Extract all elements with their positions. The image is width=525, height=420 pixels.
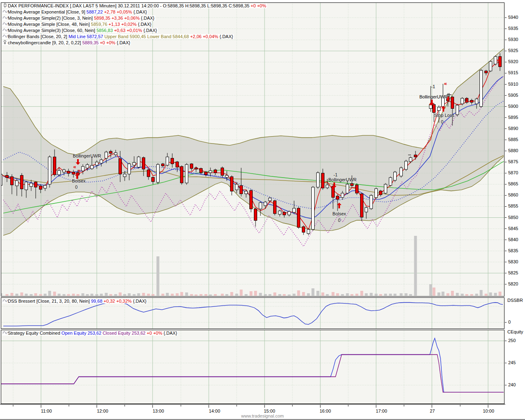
dss-axis-title: DSSBR [507, 298, 523, 303]
legend-text: +0,32 +0,32% [103, 299, 132, 304]
chewy-signal-marker: « [73, 164, 76, 170]
time-tick-label: 15:00 [260, 409, 279, 413]
price-tick-label: 5850 [508, 215, 518, 220]
time-tick-label: 14:00 [205, 409, 224, 413]
signal-label: Stop Loss [434, 113, 454, 118]
tradesignal-chart-window: DAX PERFORMANCE-INDEX [.DAX LAST 5 Minut… [0, 0, 525, 420]
price-tick-label: 5845 [508, 226, 518, 231]
legend-text: {.DAX} [142, 28, 157, 33]
legend-text: +2,06 +0,04% [189, 34, 219, 39]
legend-text: 5898,35 +3,36 +0,06% [94, 16, 139, 21]
legend-row[interactable]: Moving Average Simple [Close, 48, Nein] … [2, 21, 267, 27]
legend-row[interactable]: chewybollingercandle [9, 20, 2, 0,22] 58… [2, 40, 267, 46]
legend-text: {.DAX} [132, 9, 147, 14]
price-tick-label: 5895 [508, 115, 518, 120]
wave-icon [2, 330, 8, 335]
signal-label: 0 [75, 185, 78, 189]
signal-label: -1 [431, 84, 435, 89]
dss-panel-legend: DSS Bressert [Close, 21, 3, 20, 80, Nein… [2, 298, 147, 304]
price-tick-label: 5875 [508, 159, 518, 164]
time-tick-label: 10:00 [479, 409, 498, 413]
time-tick-label: 16:00 [315, 409, 335, 413]
chewy-signal-marker: « [496, 57, 499, 63]
price-tick-label: 5885 [508, 137, 518, 142]
chewy-signal-marker: « [444, 80, 447, 87]
price-tick-label: 5940 [508, 15, 518, 20]
wave-icon [2, 9, 8, 14]
signal-label: BollingerUWR [328, 177, 356, 182]
legend-row[interactable]: DSS Bressert [Close, 21, 3, 20, 80, Nein… [2, 298, 147, 304]
legend-text: DAX PERFORMANCE-INDEX [.DAX LAST 5 Minut… [8, 3, 249, 8]
chewy-signal-marker: « [78, 167, 80, 173]
legend-text: Strategy Equity Combined [8, 331, 62, 336]
price-tick-label: 5930 [508, 37, 518, 42]
equity-axis-title: CEquity [507, 329, 523, 334]
legend-text: 5889,35 [82, 40, 99, 45]
legend-row[interactable]: Bollinger Bands [Close, 20, 2] Mid Line … [2, 34, 267, 40]
legend-text: +0 +0% [249, 3, 266, 8]
legend-text: 5887,22 [87, 9, 103, 14]
price-tick-label: 5835 [508, 248, 518, 253]
chewy-signal-marker: « [429, 101, 432, 107]
legend-text: +0,63 +0,01% [113, 28, 142, 33]
wave-icon [2, 15, 8, 20]
legend-row[interactable]: Strategy Equity Combined Open Equity 253… [2, 330, 178, 336]
signal-label: 0 [441, 119, 443, 124]
legend-text: {.DAX} [162, 331, 177, 336]
time-tick-label: 27 [422, 409, 442, 413]
legend-text: DSS Bressert [Close, 21, 3, 20, 80, Nein… [8, 299, 91, 304]
legend-text: Upper Band 5900,45 [104, 34, 146, 39]
wave-icon [2, 21, 8, 26]
price-tick-label: 5920 [508, 59, 518, 64]
legend-text: {.DAX} [115, 40, 130, 45]
legend-text: Moving Average Exponential [Close, 9] [8, 9, 87, 14]
price-tick-label: 5935 [508, 26, 518, 31]
price-tick-label: 5915 [508, 70, 518, 75]
chart-canvas[interactable] [0, 0, 525, 420]
price-tick-label: 5900 [508, 104, 518, 109]
legend-text: +0 +0% [98, 40, 115, 45]
legend-text: Mid Line 5872,57 [68, 34, 103, 39]
legend-text: Moving Average Simple(2) [Close, 3, Nein… [8, 16, 94, 21]
legend-row[interactable]: Moving Average Simple(3) [Close, 60, Nei… [2, 27, 267, 34]
equity-tick-label: 240 [508, 382, 516, 387]
price-tick-label: 5880 [508, 148, 518, 153]
signal-label: -1 [333, 172, 338, 177]
legend-row[interactable]: Moving Average Exponential [Close, 9] 58… [2, 9, 267, 15]
legend-text: Closed Equity 253,62 [103, 331, 146, 336]
time-tick-label: 17:00 [372, 409, 391, 413]
price-tick-label: 5860 [508, 192, 518, 197]
price-tick-label: 5910 [508, 82, 518, 87]
legend-text: +2,78 +0,05% [103, 9, 132, 14]
legend-text: 5859,76 [91, 22, 107, 27]
legend-text: Lower Band 5844,68 [147, 34, 189, 39]
legend-text: chewybollingercandle [9, 20, 2, 0,22] [8, 40, 82, 45]
price-tick-label: 5925 [508, 48, 518, 53]
wave-icon [2, 298, 8, 303]
legend-text: 99,68 [91, 299, 103, 304]
signal-label: 0 [338, 218, 340, 223]
legend-text: {.DAX} [132, 299, 146, 304]
wave-icon [2, 27, 8, 32]
legend-text: {.DAX} [139, 16, 154, 21]
price-tick-label: 5820 [508, 281, 518, 286]
legend-text: Bollinger Bands [Close, 20, 2] [8, 34, 68, 39]
chewy-icon [2, 40, 8, 44]
legend-text: 5856,83 [96, 28, 113, 33]
candlestick-icon [2, 3, 8, 7]
legend-text: Moving Average Simple [Close, 48, Nein] [8, 22, 91, 27]
time-tick-label: 11:00 [37, 409, 56, 413]
equity-panel-legend: Strategy Equity Combined Open Equity 253… [2, 330, 178, 336]
signal-label: BollingerUWR [419, 94, 447, 99]
legend-text: {.DAX} [137, 22, 151, 27]
legend-row[interactable]: DAX PERFORMANCE-INDEX [.DAX LAST 5 Minut… [2, 3, 267, 9]
signal-label: Bolsex [72, 178, 85, 183]
legend-row[interactable]: Moving Average Simple(2) [Close, 3, Nein… [2, 15, 267, 21]
price-tick-label: 5830 [508, 259, 518, 264]
main-chart-legend: DAX PERFORMANCE-INDEX [.DAX LAST 5 Minut… [2, 3, 267, 46]
time-tick-label: 12:00 [93, 409, 112, 413]
legend-text: Open Equity 253,62 [62, 331, 101, 336]
legend-text: Moving Average Simple(3) [Close, 60, Nei… [8, 28, 96, 33]
legend-text: +0 +0% [146, 331, 162, 336]
price-tick-label: 5855 [508, 203, 518, 208]
